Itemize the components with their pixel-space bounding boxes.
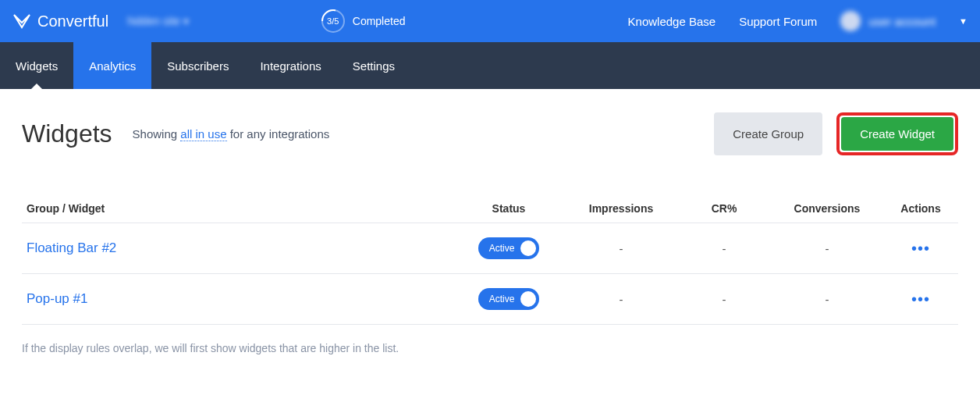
table-row: Floating Bar #2 Active - - - ••• — [22, 223, 958, 274]
cell-impressions: - — [565, 274, 677, 325]
cell-cr: - — [677, 223, 771, 274]
filter-link[interactable]: all in use — [180, 127, 226, 141]
col-actions: Actions — [883, 194, 958, 223]
toggle-knob-icon — [520, 291, 536, 307]
support-forum-link[interactable]: Support Forum — [739, 15, 817, 28]
toggle-label: Active — [489, 294, 515, 304]
nav-widgets[interactable]: Widgets — [0, 42, 73, 89]
status-toggle[interactable]: Active — [478, 237, 540, 259]
main-nav: Widgets Analytics Subscribers Integratio… — [0, 42, 980, 89]
progress-circle-icon: 3/5 — [321, 9, 345, 33]
subtitle-suffix: for any integrations — [227, 127, 330, 141]
topbar-links: Knowledge Base Support Forum user accoun… — [628, 11, 968, 31]
page-subtitle: Showing all in use for any integrations — [133, 127, 330, 141]
nav-label: Widgets — [16, 59, 58, 73]
header-actions: Create Group Create Widget — [714, 112, 958, 155]
create-widget-highlight: Create Widget — [836, 112, 958, 155]
nav-analytics[interactable]: Analytics — [73, 42, 151, 89]
nav-label: Integrations — [260, 59, 321, 73]
nav-label: Settings — [353, 59, 395, 73]
widgets-table: Group / Widget Status Impressions CR% Co… — [22, 194, 958, 325]
topbar: Convertful hidden site ▾ 3/5 Completed K… — [0, 0, 980, 42]
widget-link[interactable]: Pop-up #1 — [27, 291, 87, 306]
create-group-button[interactable]: Create Group — [714, 112, 822, 155]
widget-link[interactable]: Floating Bar #2 — [27, 240, 116, 255]
brand-logo-icon — [12, 10, 31, 33]
status-toggle[interactable]: Active — [478, 288, 540, 310]
brand[interactable]: Convertful — [12, 10, 108, 33]
nav-settings[interactable]: Settings — [337, 42, 410, 89]
site-selector[interactable]: hidden site ▾ — [127, 15, 189, 27]
create-widget-button[interactable]: Create Widget — [841, 117, 953, 151]
col-group: Group / Widget — [22, 194, 453, 223]
table-header-row: Group / Widget Status Impressions CR% Co… — [22, 194, 958, 223]
nav-label: Subscribers — [167, 59, 229, 73]
col-cr: CR% — [677, 194, 771, 223]
chevron-down-icon[interactable]: ▼ — [959, 16, 968, 26]
avatar-icon — [840, 11, 861, 31]
footnote: If the display rules overlap, we will fi… — [22, 342, 958, 354]
account-menu[interactable]: user account — [840, 11, 936, 31]
cell-impressions: - — [565, 223, 677, 274]
more-actions-icon[interactable]: ••• — [911, 290, 930, 308]
toggle-knob-icon — [520, 240, 536, 256]
knowledge-base-link[interactable]: Knowledge Base — [628, 15, 716, 28]
progress-label: Completed — [353, 15, 406, 27]
cell-conversions: - — [771, 223, 883, 274]
progress-fraction: 3/5 — [327, 16, 339, 26]
nav-label: Analytics — [89, 59, 136, 73]
col-conversions: Conversions — [771, 194, 883, 223]
toggle-label: Active — [489, 243, 515, 254]
nav-integrations[interactable]: Integrations — [244, 42, 336, 89]
page-content: Widgets Showing all in use for any integ… — [0, 89, 980, 370]
brand-name: Convertful — [37, 12, 108, 30]
col-status: Status — [453, 194, 565, 223]
nav-subscribers[interactable]: Subscribers — [151, 42, 244, 89]
cell-conversions: - — [771, 274, 883, 325]
page-title: Widgets — [22, 119, 112, 148]
account-name: user account — [868, 15, 936, 28]
subtitle-prefix: Showing — [133, 127, 181, 141]
cell-cr: - — [677, 274, 771, 325]
page-header: Widgets Showing all in use for any integ… — [22, 112, 958, 155]
more-actions-icon[interactable]: ••• — [911, 240, 930, 257]
table-row: Pop-up #1 Active - - - ••• — [22, 274, 958, 325]
onboarding-progress[interactable]: 3/5 Completed — [321, 9, 406, 33]
col-impressions: Impressions — [565, 194, 677, 223]
